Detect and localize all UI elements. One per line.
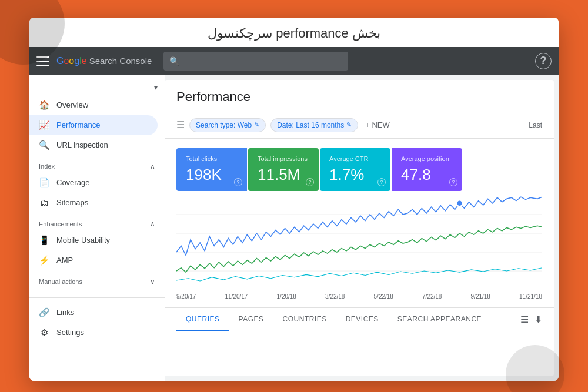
brand-logo: Google Search Console — [56, 56, 152, 66]
section-title: Performance — [176, 89, 542, 105]
mobile-icon: 📱 — [39, 235, 49, 246]
search-bar[interactable]: 🔍 — [163, 52, 348, 71]
google-wordmark: Google — [56, 56, 87, 66]
main-window: بخش performance سرچکنسول Google Search C… — [29, 18, 559, 381]
page-title-text: بخش performance سرچکنسول — [208, 26, 380, 41]
chevron-up-icon: ∧ — [150, 162, 155, 170]
search-type-chip[interactable]: Search type: Web ✎ — [189, 118, 266, 132]
sidebar-collapse-button[interactable]: ▾ — [29, 80, 165, 95]
section-label-text: Enhancements — [39, 220, 82, 227]
x-label-0: 9/20/17 — [176, 293, 196, 300]
sidebar-item-label: Mobile Usability — [56, 236, 110, 244]
data-tabs: QUERIES PAGES COUNTRIES DEVICES SEARCH A… — [165, 307, 554, 331]
chevron-down-icon: ∨ — [150, 277, 155, 286]
chart-svg — [176, 196, 542, 290]
x-label-1: 11/20/17 — [225, 293, 248, 300]
main-content-area: ▾ 🏠 Overview 📈 Performance 🔍 URL inspect… — [29, 75, 559, 381]
date-chip[interactable]: Date: Last 16 months ✎ — [270, 118, 358, 132]
metric-card-position[interactable]: Average position 47.8 ? — [392, 148, 462, 191]
search-icon: 🔍 — [169, 56, 179, 66]
tab-queries[interactable]: QUERIES — [176, 308, 229, 331]
tab-label: DEVICES — [346, 315, 379, 323]
chip-label: Search type: Web — [196, 121, 252, 129]
tab-countries[interactable]: COUNTRIES — [273, 308, 336, 331]
last-label: Last — [529, 121, 542, 129]
sidebar-item-links[interactable]: 🔗 Links — [29, 303, 158, 323]
sidebar: ▾ 🏠 Overview 📈 Performance 🔍 URL inspect… — [29, 75, 165, 381]
collapse-icon: ▾ — [154, 83, 158, 92]
x-label-4: 5/22/18 — [374, 293, 393, 300]
tab-search-appearance[interactable]: SEARCH APPEARANCE — [388, 308, 491, 331]
search-icon: 🔍 — [39, 140, 49, 150]
performance-icon: 📈 — [39, 120, 49, 130]
x-label-2: 1/20/18 — [277, 293, 296, 300]
search-input[interactable] — [184, 56, 342, 66]
help-button[interactable]: ? — [535, 53, 552, 69]
metric-value: 1.7% — [329, 166, 381, 184]
sitemaps-icon: 🗂 — [39, 197, 49, 208]
sidebar-item-label: Links — [56, 308, 74, 317]
settings-icon: ⚙ — [39, 327, 49, 338]
metric-card-impressions[interactable]: Total impressions 11.5M ? — [248, 148, 319, 191]
coverage-icon: 📄 — [39, 177, 49, 188]
sidebar-item-mobile-usability[interactable]: 📱 Mobile Usability — [29, 230, 158, 250]
metric-value: 11.5M — [258, 166, 309, 184]
download-action-icon[interactable]: ⬇ — [534, 314, 542, 325]
svg-point-4 — [457, 200, 463, 206]
metric-label: Total impressions — [258, 155, 309, 162]
content-header: Performance — [165, 80, 554, 112]
sidebar-section-index: Index ∧ — [29, 155, 165, 173]
x-label-5: 7/22/18 — [422, 293, 442, 300]
sidebar-item-url-inspection[interactable]: 🔍 URL inspection — [29, 135, 158, 155]
tab-label: QUERIES — [186, 315, 220, 323]
sidebar-item-performance[interactable]: 📈 Performance — [29, 115, 158, 135]
info-icon: ? — [449, 178, 457, 186]
console-wordmark: Search Console — [89, 56, 152, 66]
sidebar-item-overview[interactable]: 🏠 Overview — [29, 95, 158, 115]
sidebar-item-label: URL inspection — [56, 140, 108, 149]
metric-label: Total clicks — [186, 155, 238, 162]
info-icon: ? — [306, 178, 314, 186]
edit-icon: ✎ — [254, 121, 259, 129]
edit-icon: ✎ — [346, 121, 352, 129]
sidebar-item-label: Overview — [56, 100, 88, 109]
sidebar-section-enhancements: Enhancements ∧ — [29, 213, 165, 230]
chip-label: Date: Last 16 months — [277, 121, 344, 129]
filter-action-icon[interactable]: ☰ — [520, 314, 529, 325]
tab-devices[interactable]: DEVICES — [336, 308, 388, 331]
sidebar-section-manual-actions: Manual actions ∨ — [29, 270, 165, 288]
links-icon: 🔗 — [39, 307, 49, 318]
tab-label: SEARCH APPEARANCE — [397, 315, 482, 323]
top-navbar: Google Search Console 🔍 ? — [29, 47, 559, 75]
sidebar-item-label: Settings — [56, 328, 84, 337]
tab-label: COUNTRIES — [282, 315, 326, 323]
content-area: Performance ☰ Search type: Web ✎ Date: L… — [165, 80, 554, 376]
filter-bar: ☰ Search type: Web ✎ Date: Last 16 month… — [165, 112, 554, 139]
section-label-text: Manual actions — [39, 278, 82, 285]
info-icon: ? — [377, 178, 386, 186]
sidebar-item-label: Performance — [56, 120, 100, 129]
tab-action-icons: ☰ ⬇ — [520, 308, 542, 331]
page-heading: بخش performance سرچکنسول — [29, 18, 559, 47]
sidebar-item-sitemaps[interactable]: 🗂 Sitemaps — [29, 193, 158, 213]
home-icon: 🏠 — [39, 100, 49, 110]
x-label-3: 3/22/18 — [325, 293, 345, 300]
new-filter-button[interactable]: + NEW — [365, 120, 390, 129]
metric-label: Average position — [401, 155, 453, 162]
sidebar-item-coverage[interactable]: 📄 Coverage — [29, 173, 158, 193]
metric-card-ctr[interactable]: Average CTR 1.7% ? — [320, 148, 390, 191]
metric-card-clicks[interactable]: Total clicks 198K ? — [176, 148, 247, 191]
sidebar-item-label: Sitemaps — [56, 198, 88, 207]
sidebar-item-settings[interactable]: ⚙ Settings — [29, 323, 158, 343]
filter-icon: ☰ — [176, 119, 185, 130]
section-label-text: Index — [39, 163, 55, 170]
info-icon: ? — [234, 178, 242, 186]
tab-pages[interactable]: PAGES — [229, 308, 273, 331]
sidebar-item-label: Coverage — [56, 178, 89, 187]
sidebar-item-amp[interactable]: ⚡ AMP — [29, 250, 158, 270]
x-label-6: 9/21/18 — [471, 293, 490, 300]
tab-label: PAGES — [239, 315, 264, 323]
metric-value: 198K — [186, 166, 238, 184]
sidebar-item-label: AMP — [56, 256, 73, 264]
new-button-label: + NEW — [365, 120, 390, 129]
